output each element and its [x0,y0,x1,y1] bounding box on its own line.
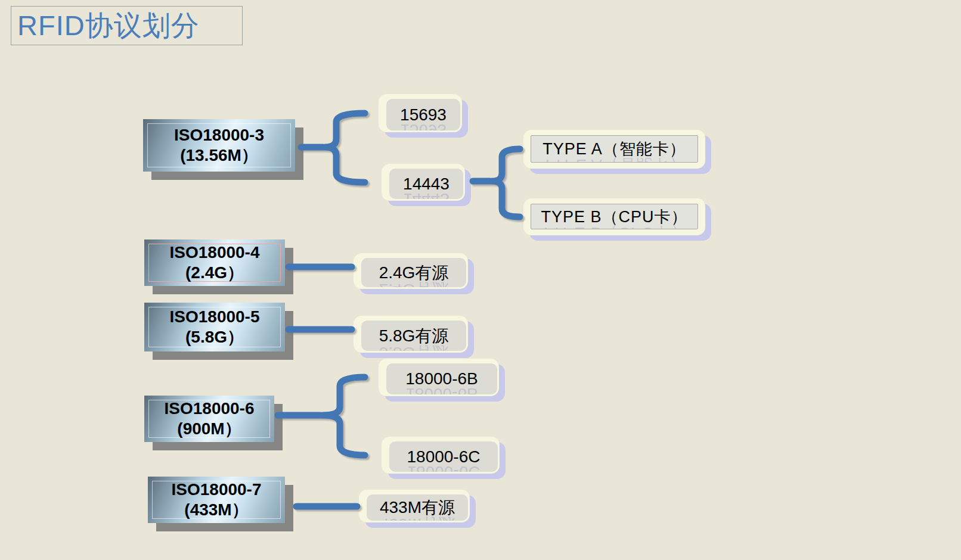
node-label-line1: ISO18000-3 [174,125,264,145]
brace-connector-iso18000-6 [323,377,365,455]
node-inner: 14443 14443 [389,169,463,199]
node-label: 2.4G有源 [379,262,449,284]
title-box: RFID协议划分 [11,6,243,45]
node-label-line2: (2.4G） [170,263,260,283]
brace-connector-14443 [492,149,520,217]
node-label: ISO18000-5 (5.8G） [170,307,260,347]
node-label: 5.8G有源 [379,325,449,347]
brace-connector-iso18000-3 [325,113,365,182]
node-inner: 18000-6C 18000-6C [389,441,498,472]
node-58g-active: 5.8G有源 5.8G有源 [354,316,468,353]
node-18000-6b: 18000-6B 18000-6B [379,359,499,396]
node-label-line1: ISO18000-4 [170,242,260,263]
node-inner: 5.8G有源 5.8G有源 [361,321,466,351]
node-14443: 14443 14443 [382,164,465,201]
node-inner: 18000-6B 18000-6B [386,363,497,394]
node-label: ISO18000-6 (900M） [165,399,255,439]
node-15693: 15693 15693 [379,94,462,132]
node-iso18000-7: ISO18000-7 (433M） [148,477,285,523]
slide-canvas: RFID协议划分 ISO18000-3 (13.56M） ISO18000-4 … [0,0,961,560]
node-iso18000-4: ISO18000-4 (2.4G） [144,239,285,286]
node-label: ISO18000-3 (13.56M） [174,125,264,166]
node-433m-active: 433M有源 433M有源 [359,490,470,522]
node-label-line1: ISO18000-5 [170,307,260,327]
node-label: ISO18000-4 (2.4G） [170,242,260,283]
node-label: ISO18000-7 (433M） [172,480,262,520]
node-type-b: TYPE B（CPU卡） TYPE B（CPU卡） [523,198,705,235]
node-inner: TYPE A（智能卡） TYPE A（智能卡） [531,135,698,163]
node-iso18000-5: ISO18000-5 (5.8G） [144,303,285,351]
node-label: 14443 [403,175,450,194]
node-inner: 433M有源 433M有源 [367,494,468,521]
node-label-line1: ISO18000-7 [172,480,262,500]
node-label-line2: (433M） [172,500,262,520]
node-label: 15693 [400,105,447,125]
node-label-line2: (13.56M） [174,145,264,166]
node-inner: 2.4G有源 2.4G有源 [361,258,466,287]
node-label: 433M有源 [380,496,455,519]
node-inner: TYPE B（CPU卡） TYPE B（CPU卡） [531,204,698,229]
node-type-a: TYPE A（智能卡） TYPE A（智能卡） [523,130,705,169]
node-label-line1: ISO18000-6 [165,399,255,419]
page-title: RFID协议划分 [11,7,242,45]
node-24g-active: 2.4G有源 2.4G有源 [354,253,468,289]
node-iso18000-6: ISO18000-6 (900M） [144,396,274,442]
node-label-line2: (900M） [165,419,255,439]
node-18000-6c: 18000-6C 18000-6C [382,437,500,474]
node-label: 18000-6C [407,447,480,466]
node-label-line2: (5.8G） [170,327,260,347]
node-inner: 15693 15693 [386,99,460,130]
node-label: 18000-6B [405,369,478,388]
node-label: TYPE A（智能卡） [542,138,686,160]
node-iso18000-3: ISO18000-3 (13.56M） [143,119,295,172]
node-label: TYPE B（CPU卡） [541,206,687,228]
